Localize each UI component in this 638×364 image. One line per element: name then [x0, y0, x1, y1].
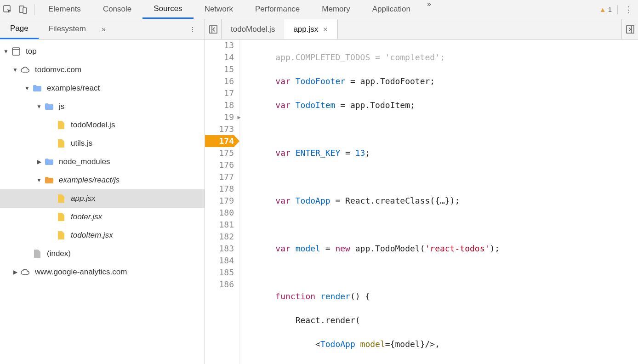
- code-content[interactable]: app.COMPLETED_TODOS = 'completed'; var T…: [240, 40, 638, 364]
- code-line: [256, 267, 638, 279]
- breakpoint-line-number[interactable]: 174: [205, 135, 234, 147]
- tab-application[interactable]: Application: [361, 0, 422, 19]
- code-line: var TodoFooter = app.TodoFooter;: [256, 75, 638, 87]
- topbar-right: ▲ 1 ⋮: [599, 5, 638, 15]
- line-number[interactable]: 16: [205, 75, 234, 87]
- tree-label: todoModel.js: [71, 120, 115, 130]
- line-gutter[interactable]: 13 14 15 16 17 18 19▶ 173 174 175 176 17…: [205, 40, 240, 364]
- code-line: [256, 123, 638, 135]
- code-line: [256, 171, 638, 183]
- line-number[interactable]: 180: [205, 207, 234, 219]
- warning-icon: ▲: [599, 6, 606, 13]
- tree-label: footer.jsx: [71, 212, 102, 222]
- toggle-debugger-icon[interactable]: [621, 19, 638, 39]
- devtools-topbar: Elements Console Sources Network Perform…: [0, 0, 638, 19]
- disclosure-triangle-icon[interactable]: ▼: [3, 48, 9, 55]
- kebab-menu-icon[interactable]: ⋮: [623, 5, 634, 15]
- close-tab-icon[interactable]: ✕: [323, 26, 328, 33]
- tab-performance[interactable]: Performance: [244, 0, 311, 19]
- tree-file-utils[interactable]: ▼ utils.js: [0, 134, 205, 153]
- tree-label: app.jsx: [71, 194, 96, 203]
- code-line: function render() {: [256, 290, 638, 302]
- line-number[interactable]: 14: [205, 51, 234, 63]
- js-file-icon: [56, 230, 66, 240]
- tree-file-todomodel[interactable]: ▼ todoModel.js: [0, 116, 205, 134]
- line-number[interactable]: 186: [205, 279, 234, 290]
- line-number[interactable]: 19▶: [205, 111, 234, 123]
- tab-network[interactable]: Network: [194, 0, 244, 19]
- tree-top[interactable]: ▼ top: [0, 42, 205, 61]
- svg-rect-2: [23, 8, 27, 13]
- code-line: var TodoItem = app.TodoItem;: [256, 99, 638, 111]
- tree-label: examples/react/js: [59, 176, 120, 185]
- sidebar-tab-page[interactable]: Page: [0, 19, 39, 39]
- tree-label: node_modules: [59, 157, 110, 166]
- code-line: var ENTER_KEY = 13;: [256, 147, 638, 159]
- line-number[interactable]: 175: [205, 147, 234, 159]
- tree-file-app-jsx[interactable]: ▼ app.jsx: [0, 189, 205, 208]
- tab-sources[interactable]: Sources: [142, 0, 193, 19]
- editor-tabs: todoModel.js app.jsx ✕: [205, 19, 638, 40]
- tree-label: utils.js: [71, 139, 92, 148]
- js-file-icon: [56, 138, 66, 148]
- line-number[interactable]: 15: [205, 63, 234, 75]
- line-number[interactable]: 184: [205, 255, 234, 267]
- line-number[interactable]: 182: [205, 231, 234, 243]
- tree-folder-js[interactable]: ▼ js: [0, 97, 205, 116]
- tab-memory[interactable]: Memory: [311, 0, 361, 19]
- warning-count: 1: [608, 6, 612, 13]
- disclosure-triangle-icon[interactable]: ▶: [36, 159, 42, 165]
- disclosure-triangle-icon[interactable]: ▼: [12, 67, 18, 73]
- disclosure-triangle-icon[interactable]: ▶: [12, 269, 18, 275]
- tree-folder-node-modules[interactable]: ▶ node_modules: [0, 153, 205, 171]
- disclosure-triangle-icon[interactable]: ▼: [36, 103, 42, 110]
- tree-file-footer-jsx[interactable]: ▼ footer.jsx: [0, 208, 205, 226]
- tree-folder-examples-react[interactable]: ▼ examples/react: [0, 79, 205, 97]
- tree-file-todoitem-jsx[interactable]: ▼ todoItem.jsx: [0, 226, 205, 245]
- folder-icon: [44, 157, 54, 167]
- tree-label: examples/react: [47, 84, 100, 93]
- tab-console[interactable]: Console: [92, 0, 142, 19]
- sidebar-tab-filesystem[interactable]: Filesystem: [39, 19, 96, 39]
- device-toolbar-icon[interactable]: [16, 0, 31, 19]
- tree-folder-examples-react-js[interactable]: ▼ examples/react/js: [0, 171, 205, 189]
- line-number[interactable]: 183: [205, 243, 234, 255]
- line-number[interactable]: 13: [205, 40, 234, 51]
- code-editor[interactable]: 13 14 15 16 17 18 19▶ 173 174 175 176 17…: [205, 40, 638, 364]
- warnings-indicator[interactable]: ▲ 1: [599, 6, 612, 13]
- tab-elements[interactable]: Elements: [37, 0, 92, 19]
- tree-domain-ga[interactable]: ▶ www.google-analytics.com: [0, 263, 205, 281]
- disclosure-triangle-icon[interactable]: ▼: [36, 177, 42, 183]
- line-number[interactable]: 18: [205, 99, 234, 111]
- toggle-navigator-icon[interactable]: [205, 19, 222, 39]
- frame-icon: [11, 46, 21, 57]
- code-line: [256, 219, 638, 231]
- fold-arrow-icon[interactable]: ▶: [236, 111, 242, 123]
- sidebar-more-tabs-icon[interactable]: »: [96, 25, 111, 34]
- line-number[interactable]: 181: [205, 219, 234, 231]
- editor-tab-app-jsx[interactable]: app.jsx ✕: [284, 19, 338, 39]
- divider: [617, 5, 618, 14]
- folder-icon: [44, 175, 54, 185]
- inspect-element-icon[interactable]: [0, 0, 16, 19]
- tree-file-index[interactable]: ▼ (index): [0, 245, 205, 263]
- line-number[interactable]: 185: [205, 267, 234, 279]
- tree-label: todomvc.com: [35, 65, 81, 74]
- sources-sidebar: Page Filesystem » ⋮ ▼ top ▼ todomvc.com …: [0, 19, 205, 364]
- more-tabs-icon[interactable]: »: [422, 0, 437, 19]
- line-number[interactable]: 178: [205, 183, 234, 195]
- line-number[interactable]: 176: [205, 159, 234, 171]
- editor-tab-todomodel[interactable]: todoModel.js: [222, 19, 284, 39]
- js-file-icon: [56, 193, 66, 204]
- document-icon: [32, 249, 42, 259]
- sidebar-kebab-icon[interactable]: ⋮: [186, 26, 199, 33]
- tree-label: top: [26, 47, 37, 56]
- tree-domain-todomvc[interactable]: ▼ todomvc.com: [0, 61, 205, 79]
- code-line: var TodoApp = React.createClass({…});: [256, 195, 638, 207]
- line-number[interactable]: 17: [205, 87, 234, 99]
- tree-label: (index): [47, 249, 71, 258]
- line-number[interactable]: 179: [205, 195, 234, 207]
- line-number[interactable]: 177: [205, 171, 234, 183]
- disclosure-triangle-icon[interactable]: ▼: [24, 85, 30, 91]
- line-number[interactable]: 173: [205, 123, 234, 135]
